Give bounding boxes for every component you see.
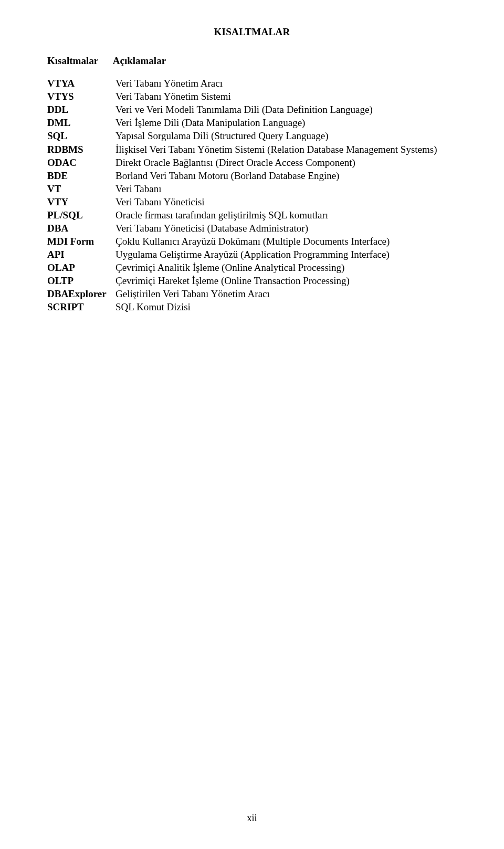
entry-abbr: DBAExplorer — [47, 287, 116, 300]
entry-desc: Çevrimiçi Analitik İşleme (Online Analyt… — [116, 261, 457, 274]
header-aciklamalar: Açıklamalar — [113, 54, 166, 67]
entry-row: DBAExplorerGeliştirilen Veri Tabanı Yöne… — [47, 287, 457, 300]
entry-row: OLTPÇevrimiçi Hareket İşleme (Online Tra… — [47, 274, 457, 287]
entry-row: MDI FormÇoklu Kullanıcı Arayüzü Dokümanı… — [47, 235, 457, 248]
entry-abbr: SQL — [47, 129, 116, 142]
entry-abbr: API — [47, 248, 116, 261]
entry-desc: Uygulama Geliştirme Arayüzü (Application… — [116, 248, 457, 261]
entry-desc: Veri Tabanı Yönetim Aracı — [116, 77, 457, 90]
entry-desc: İlişkisel Veri Tabanı Yönetim Sistemi (R… — [116, 143, 457, 156]
entry-row: VTYAVeri Tabanı Yönetim Aracı — [47, 77, 457, 90]
entry-desc: Veri İşleme Dili (Data Manipulation Lang… — [116, 116, 457, 129]
entry-abbr: BDE — [47, 169, 116, 182]
entry-row: VTYSVeri Tabanı Yönetim Sistemi — [47, 90, 457, 103]
entry-abbr: SCRIPT — [47, 300, 116, 313]
entry-desc: Veri Tabanı Yönetim Sistemi — [116, 90, 457, 103]
entry-desc: Veri Tabanı Yöneticisi — [116, 195, 457, 208]
header-kisaltmalar: Kısaltmalar — [47, 54, 110, 67]
entry-abbr: RDBMS — [47, 143, 116, 156]
entry-abbr: VTYA — [47, 77, 116, 90]
entry-row: DMLVeri İşleme Dili (Data Manipulation L… — [47, 116, 457, 129]
entry-abbr: DML — [47, 116, 116, 129]
entry-row: PL/SQLOracle firması tarafından geliştir… — [47, 208, 457, 222]
entry-desc: Çevrimiçi Hareket İşleme (Online Transac… — [116, 274, 457, 287]
entry-desc: Yapısal Sorgulama Dili (Structured Query… — [116, 129, 457, 142]
entry-row: ODACDirekt Oracle Bağlantısı (Direct Ora… — [47, 156, 457, 169]
entry-desc: Veri Tabanı Yöneticisi (Database Adminis… — [116, 222, 457, 235]
entry-row: VTVeri Tabanı — [47, 182, 457, 195]
entry-abbr: OLAP — [47, 261, 116, 274]
entry-abbr: VTY — [47, 195, 116, 208]
entry-desc: Çoklu Kullanıcı Arayüzü Dokümanı (Multip… — [116, 235, 457, 248]
entry-row: DBAVeri Tabanı Yöneticisi (Database Admi… — [47, 222, 457, 235]
entry-row: APIUygulama Geliştirme Arayüzü (Applicat… — [47, 248, 457, 261]
entry-desc: Oracle firması tarafından geliştirilmiş … — [116, 208, 457, 222]
entry-abbr: MDI Form — [47, 235, 116, 248]
entry-row: RDBMSİlişkisel Veri Tabanı Yönetim Siste… — [47, 143, 457, 156]
entry-desc: Direkt Oracle Bağlantısı (Direct Oracle … — [116, 156, 457, 169]
entry-desc: SQL Komut Dizisi — [116, 300, 457, 313]
entry-row: SCRIPTSQL Komut Dizisi — [47, 300, 457, 313]
entry-desc: Veri ve Veri Modeli Tanımlama Dili (Data… — [116, 103, 457, 116]
entry-row: OLAPÇevrimiçi Analitik İşleme (Online An… — [47, 261, 457, 274]
entry-abbr: VTYS — [47, 90, 116, 103]
entry-abbr: DBA — [47, 222, 116, 235]
entry-abbr: OLTP — [47, 274, 116, 287]
entry-row: BDEBorland Veri Tabanı Motoru (Borland D… — [47, 169, 457, 182]
entry-abbr: ODAC — [47, 156, 116, 169]
entry-desc: Geliştirilen Veri Tabanı Yönetim Aracı — [116, 287, 457, 300]
entries-list: VTYAVeri Tabanı Yönetim AracıVTYSVeri Ta… — [47, 77, 457, 313]
entry-abbr: DDL — [47, 103, 116, 116]
section-title: KISALTMALAR — [47, 25, 457, 38]
entry-abbr: VT — [47, 182, 116, 195]
entry-desc: Borland Veri Tabanı Motoru (Borland Data… — [116, 169, 457, 182]
entry-desc: Veri Tabanı — [116, 182, 457, 195]
page-number: xii — [0, 812, 504, 825]
table-header-row: Kısaltmalar Açıklamalar — [47, 54, 457, 67]
entry-row: DDLVeri ve Veri Modeli Tanımlama Dili (D… — [47, 103, 457, 116]
entry-row: VTYVeri Tabanı Yöneticisi — [47, 195, 457, 208]
entry-row: SQLYapısal Sorgulama Dili (Structured Qu… — [47, 129, 457, 142]
entry-abbr: PL/SQL — [47, 208, 116, 222]
